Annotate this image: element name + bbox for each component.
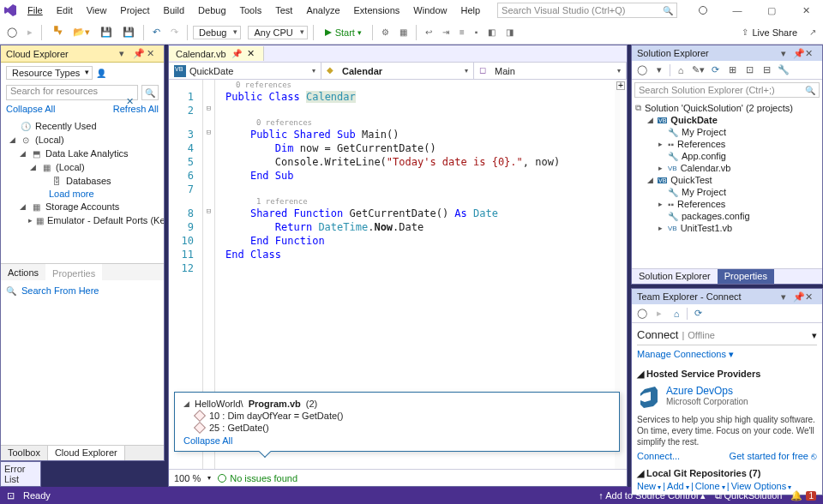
add-source-control[interactable]: ↑ Add to Source Control ▴	[598, 490, 706, 501]
hosted-providers-header[interactable]: ◢ Hosted Service Providers	[637, 369, 817, 380]
tb-icon-4[interactable]: ⇥	[439, 26, 453, 39]
close-icon[interactable]: ✕	[805, 291, 817, 303]
panel-dropdown-icon[interactable]: ▾	[119, 48, 131, 60]
refresh-all-link[interactable]: Refresh All	[113, 104, 159, 114]
tree-emulator[interactable]: ▸▦Emulator - Default Ports (Key)	[4, 213, 160, 227]
azure-devops-link[interactable]: Azure DevOps	[666, 385, 748, 397]
nav-back-button[interactable]: ◯	[3, 25, 21, 39]
filter-icon[interactable]: 👤	[96, 69, 106, 78]
maximize-button[interactable]: ▢	[754, 0, 789, 21]
wrench-icon[interactable]: 🔧	[777, 63, 790, 77]
save-button[interactable]: 💾	[97, 25, 116, 39]
tab-solution-explorer[interactable]: Solution Explorer	[632, 269, 718, 284]
menu-extensions[interactable]: Extensions	[347, 2, 407, 19]
sln-my-project-2[interactable]: 🔧My Project	[635, 186, 819, 198]
menu-build[interactable]: Build	[157, 2, 191, 19]
tab-properties[interactable]: Properties	[718, 269, 774, 284]
tree-databases[interactable]: 🗄Databases	[4, 174, 160, 188]
sln-search-input[interactable]: Search Solution Explorer (Ctrl+;)🔍	[634, 82, 820, 98]
sln-packages-config[interactable]: 🔧packages.config	[635, 210, 819, 222]
user-icon[interactable]	[686, 0, 720, 21]
manage-connections-link[interactable]: Manage Connections ▾	[637, 345, 817, 363]
collapse-all-link[interactable]: Collapse All	[6, 104, 55, 114]
pin-icon[interactable]: 📌	[793, 48, 805, 59]
error-list-tab[interactable]: Error List	[0, 461, 41, 487]
pin-icon[interactable]: 📌	[133, 48, 145, 60]
start-debug-button[interactable]: Start▾	[319, 26, 367, 39]
close-tab-icon[interactable]: ✕	[247, 48, 255, 59]
config-dropdown[interactable]: Debug	[193, 26, 241, 39]
sln-calendar-vb[interactable]: ▸VBCalendar.vb	[635, 162, 819, 174]
menu-window[interactable]: Window	[406, 2, 454, 19]
sln-my-project-1[interactable]: 🔧My Project	[635, 126, 819, 138]
menu-file[interactable]: File	[21, 2, 50, 19]
tb-icon-5[interactable]: ≡	[456, 26, 468, 39]
sln-unittest1-vb[interactable]: ▸VBUnitTest1.vb	[635, 222, 819, 234]
sln-tb-3[interactable]: ✎▾	[691, 63, 705, 77]
properties-tab[interactable]: Properties	[45, 264, 102, 281]
tb-icon-2[interactable]: ▦	[396, 26, 411, 39]
tb-icon-1[interactable]: ⚙	[378, 26, 393, 39]
platform-dropdown[interactable]: Any CPU	[248, 26, 307, 39]
tb-icon-7[interactable]: ◧	[484, 26, 499, 39]
tree-local[interactable]: ◢⊙(Local)	[4, 133, 160, 147]
sln-proj-quickdate[interactable]: ◢VBQuickDate	[635, 114, 819, 126]
popup-row-1[interactable]: 10 : Dim dayOfYear = GetDate()	[183, 410, 610, 422]
search-from-here-link[interactable]: 🔍Search From Here	[1, 280, 164, 301]
undo-button[interactable]: ↶	[149, 25, 164, 39]
tb-icon-6[interactable]: ▪	[472, 26, 482, 39]
sln-proj-quicktest[interactable]: ◢VBQuickTest	[635, 174, 819, 186]
toolbox-tab[interactable]: Toolbox	[1, 446, 48, 460]
notifications-icon[interactable]: 🔔	[790, 490, 802, 501]
sln-appconfig[interactable]: 🔧App.config	[635, 150, 819, 162]
menu-test[interactable]: Test	[268, 2, 299, 19]
pin-icon[interactable]: 📌	[793, 291, 805, 303]
crumb-project[interactable]: VBQuickDate	[169, 63, 321, 79]
home-icon[interactable]: ◯	[635, 63, 649, 77]
menu-debug[interactable]: Debug	[191, 2, 232, 19]
close-icon[interactable]: ✕	[805, 48, 817, 59]
tree-data-lake[interactable]: ◢⬒Data Lake Analytics	[4, 147, 160, 160]
home-icon[interactable]: ⌂	[670, 307, 683, 321]
open-button[interactable]: 📂▾	[69, 25, 93, 39]
back-icon[interactable]: ◯	[635, 307, 649, 321]
menu-analyze[interactable]: Analyze	[299, 2, 346, 19]
team-explorer-header[interactable]: Team Explorer - Connect ▾ 📌 ✕	[632, 289, 822, 304]
popup-collapse-all[interactable]: Collapse All	[183, 435, 610, 446]
file-tab-calendar[interactable]: Calendar.vb 📌 ✕	[169, 46, 264, 61]
zoom-level[interactable]: 100 %	[174, 473, 201, 483]
get-started-link[interactable]: Get started for free ⎋	[730, 451, 817, 461]
crumb-class[interactable]: ◆Calendar	[321, 63, 474, 79]
tree-recently-used[interactable]: 🕔Recently Used	[4, 119, 160, 133]
crumb-method[interactable]: ◻Main	[474, 63, 627, 79]
sln-tb-4[interactable]: ⊞	[725, 63, 739, 77]
share-ext-icon[interactable]: ↗	[806, 26, 820, 39]
refresh-icon[interactable]: ⟳	[691, 307, 705, 321]
menu-view[interactable]: View	[80, 2, 114, 19]
close-button[interactable]: ✕	[789, 0, 823, 21]
actions-tab[interactable]: Actions	[1, 265, 45, 280]
team-menu-icon[interactable]: ▾	[812, 330, 817, 341]
panel-dropdown-icon[interactable]: ▾	[781, 48, 793, 59]
quick-launch-search[interactable]: Search Visual Studio (Ctrl+Q) 🔍	[497, 3, 677, 18]
sln-references-2[interactable]: ▸▪▪References	[635, 198, 819, 210]
tree-load-more[interactable]: Load more	[4, 188, 160, 200]
tree-dl-local[interactable]: ◢▦(Local)	[4, 160, 160, 174]
search-button[interactable]: 🔍	[141, 85, 159, 100]
sln-references-1[interactable]: ▸▪▪References	[635, 138, 819, 150]
menu-project[interactable]: Project	[113, 2, 156, 19]
minimize-button[interactable]: —	[720, 0, 754, 21]
sln-tb-1[interactable]: ▾	[652, 63, 666, 77]
tree-storage[interactable]: ◢▦Storage Accounts	[4, 200, 160, 213]
no-issues-badge[interactable]: No issues found	[218, 473, 297, 483]
cloud-explorer-header[interactable]: Cloud Explorer ▾ 📌 ✕	[1, 45, 164, 63]
resource-types-dropdown[interactable]: Resource Types	[6, 66, 93, 80]
sln-tb-5[interactable]: ⊡	[742, 63, 756, 77]
resource-search-input[interactable]: Search for resources ✕	[6, 85, 138, 100]
redo-button[interactable]: ↷	[167, 25, 182, 39]
live-share-button[interactable]: ⇪ Live Share	[736, 26, 802, 39]
sln-tb-6[interactable]: ⊟	[760, 63, 773, 77]
nav-fwd-button[interactable]: ▸	[24, 25, 36, 39]
new-button[interactable]: ▝▾	[47, 25, 66, 39]
popup-row-2[interactable]: 25 : GetDate()	[183, 422, 610, 434]
